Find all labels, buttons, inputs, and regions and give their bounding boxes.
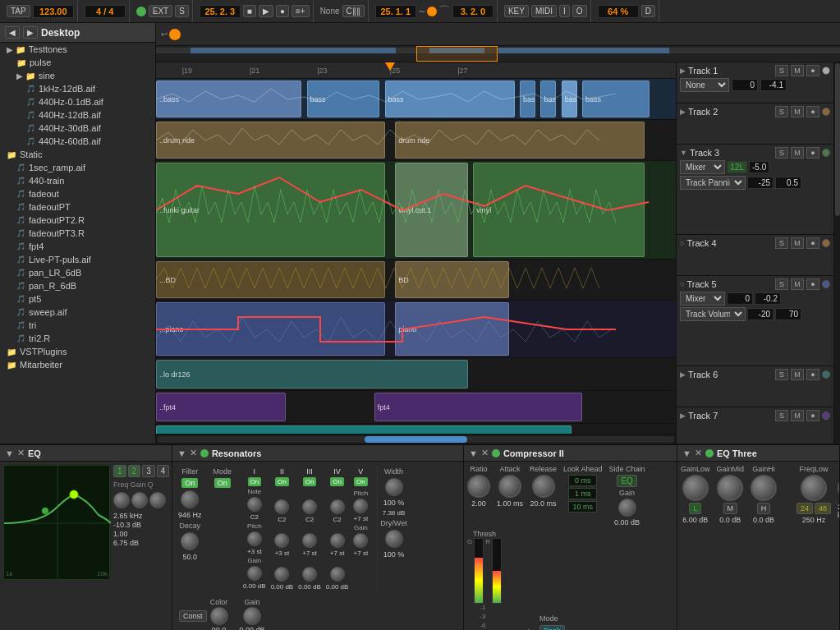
res-close[interactable]: ✕ <box>190 448 197 458</box>
file-440-12[interactable]: 🎵440Hz-12dB.aif <box>0 108 155 122</box>
tc-color-3[interactable] <box>822 149 830 157</box>
drywet-knob[interactable] <box>385 530 403 548</box>
fb-back[interactable]: ◀ <box>5 26 20 39</box>
gainlow-knob[interactable] <box>682 475 709 501</box>
tc-s-5[interactable]: S <box>775 278 788 290</box>
tc-expand-3[interactable]: ▼ <box>680 149 687 157</box>
band-I-on[interactable]: On <box>248 477 262 486</box>
band-III-on[interactable]: On <box>303 477 317 486</box>
tc-name-3[interactable]: Track 3 <box>690 148 773 158</box>
midi-button[interactable]: MIDI <box>531 5 557 17</box>
tc-send-1[interactable]: None <box>680 78 729 92</box>
tc-s-7[interactable]: S <box>775 410 788 421</box>
tc-color-6[interactable] <box>822 370 830 379</box>
file-pt5[interactable]: 🎵pt5 <box>0 292 155 306</box>
gain-knob-V[interactable] <box>353 533 368 548</box>
note-knob-III[interactable] <box>302 499 317 514</box>
tc-rec-1[interactable]: ● <box>806 65 819 76</box>
tc-send-5[interactable]: Mixer <box>680 292 725 306</box>
file-fpt4[interactable]: 🎵fpt4 <box>0 240 155 253</box>
file-fadeout[interactable]: 🎵fadeout <box>0 187 155 200</box>
freqlow-knob[interactable] <box>801 475 827 501</box>
tc-name-6[interactable]: Track 6 <box>688 370 773 379</box>
pitch-knob-I[interactable] <box>247 531 262 546</box>
note-knob-IV[interactable] <box>330 499 345 514</box>
track-content-4[interactable]: ...BD BD <box>156 260 676 300</box>
band-V-on[interactable]: On <box>354 477 368 486</box>
eq-gain-knob-1[interactable] <box>131 492 148 508</box>
h-scrollbar-thumb[interactable] <box>365 436 468 443</box>
clip-btn[interactable]: C∥∥ <box>342 5 365 17</box>
gainhi-knob[interactable] <box>750 475 777 501</box>
file-440-60[interactable]: 🎵440Hz-60dB.aif <box>0 135 155 148</box>
band-IV-on[interactable]: On <box>330 477 344 486</box>
file-fadeoutpt2[interactable]: 🎵fadeoutPT2.R <box>0 214 155 227</box>
eq-band-2[interactable]: 2 <box>128 465 141 477</box>
track-content-2[interactable]: ..drum ride drum ride <box>156 120 676 160</box>
file-sweepaif[interactable]: 🎵sweep.aif <box>0 306 155 319</box>
v-scrollbar-thumb[interactable] <box>835 63 840 216</box>
tc-s-2[interactable]: S <box>775 106 788 117</box>
color-knob[interactable] <box>210 607 228 625</box>
eq-q-knob-1[interactable] <box>149 492 166 508</box>
res-gain-knob[interactable] <box>243 607 261 625</box>
filter-freq-knob[interactable] <box>181 490 199 508</box>
folder-vstplugins[interactable]: 📁VSTPlugins <box>0 345 155 358</box>
gain-knob-II[interactable] <box>274 567 289 582</box>
tc-name-5[interactable]: Track 5 <box>686 279 773 289</box>
mode-peak-btn[interactable]: Peak <box>539 625 565 630</box>
play-button[interactable]: ▶ <box>259 5 273 17</box>
track-content-1[interactable]: ..bass bass bass bas bas bas bass <box>156 79 676 119</box>
folder-testtones[interactable]: ▶ 📁Testtones <box>0 43 155 56</box>
folder-mitarbeiter[interactable]: 📁Mitarbeiter <box>0 358 155 371</box>
file-ramp[interactable]: 🎵1sec_ramp.aif <box>0 161 155 174</box>
h-scrollbar-track[interactable] <box>158 436 674 443</box>
freqlow-val-btn[interactable]: 24 <box>796 503 813 514</box>
tc-name-4[interactable]: Track 4 <box>686 238 773 248</box>
tc-color-5[interactable] <box>822 280 830 288</box>
tc-name-7[interactable]: Track 7 <box>688 411 773 421</box>
h-scrollbar[interactable] <box>156 434 676 444</box>
tc-expand-7[interactable]: ▶ <box>680 412 686 420</box>
width-knob[interactable] <box>385 478 403 496</box>
file-1khz[interactable]: 🎵1kHz-12dB.aif <box>0 82 155 95</box>
track-content-3[interactable]: ..funki guitar vinyl.cut.1 vinyl <box>156 161 676 259</box>
folder-pulse[interactable]: 📁pulse <box>0 56 155 69</box>
track-content-8[interactable]: sweep <box>156 424 676 434</box>
eq-freq-knob-1[interactable] <box>113 492 130 508</box>
file-tri2r[interactable]: 🎵tri2.R <box>0 332 155 345</box>
note-knob-I[interactable] <box>247 497 262 512</box>
res-minimize[interactable]: ▼ <box>177 448 186 458</box>
tc-name-2[interactable]: Track 2 <box>688 107 773 117</box>
file-livept[interactable]: 🎵Live-PT-puls.aif <box>0 253 155 266</box>
mode-on-btn[interactable]: On <box>214 478 231 488</box>
i-button[interactable]: I <box>559 5 570 17</box>
tc-s-4[interactable]: S <box>775 237 788 249</box>
tc-expand-4[interactable]: ○ <box>680 239 684 247</box>
file-panr[interactable]: 🎵pan_R_6dB <box>0 279 155 292</box>
comp-gain-knob[interactable] <box>618 499 636 517</box>
gain-knob-IV[interactable] <box>330 567 345 582</box>
file-fadeoutpt[interactable]: 🎵fadeoutPT <box>0 200 155 214</box>
tc-m-6[interactable]: M <box>791 369 804 380</box>
freqlow-val-btn2[interactable]: 48 <box>815 503 831 514</box>
gainlow-l-btn[interactable]: L <box>689 503 701 514</box>
file-440train[interactable]: 🎵440-train <box>0 174 155 187</box>
tc-m-1[interactable]: M <box>791 65 804 76</box>
tc-rec-4[interactable]: ● <box>806 237 819 249</box>
gainmid-knob[interactable] <box>717 475 743 501</box>
gain-knob-III[interactable] <box>302 567 317 582</box>
o-button[interactable]: O <box>572 5 587 17</box>
tc-s-6[interactable]: S <box>775 369 788 380</box>
track-content-5[interactable]: ...piano piano <box>156 301 676 357</box>
tc-color-2[interactable] <box>822 108 830 116</box>
tc-name-1[interactable]: Track 1 <box>688 66 773 76</box>
gainmid-m-btn[interactable]: M <box>723 503 738 514</box>
release-knob[interactable] <box>532 475 555 498</box>
file-panlr[interactable]: 🎵pan_LR_6dB <box>0 266 155 279</box>
tc-s-3[interactable]: S <box>775 147 788 159</box>
pitch-knob-III[interactable] <box>302 533 317 548</box>
tc-rec-3[interactable]: ● <box>806 147 819 159</box>
tc-color-7[interactable] <box>822 412 830 420</box>
tc-expand-5[interactable]: ○ <box>680 280 684 288</box>
